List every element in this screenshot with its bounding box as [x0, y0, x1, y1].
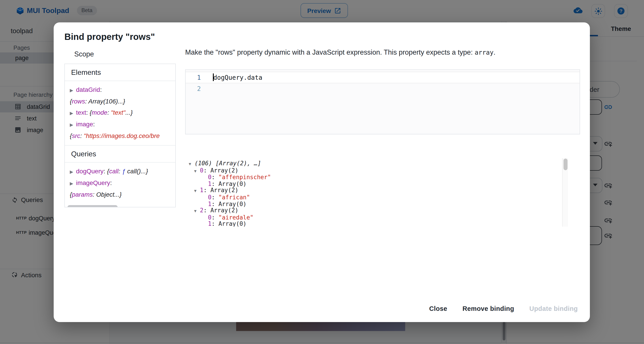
editor-line-1[interactable]: 1 dogQuery.data	[186, 72, 580, 83]
tree-row[interactable]: ▼0: Array(2)	[185, 167, 568, 174]
scope-item-datagrid-preview: {rows: Array(106)...}	[70, 96, 172, 107]
instruction-text: Make the "rows" property dynamic with a …	[185, 48, 475, 56]
editor-line-2[interactable]: 2	[186, 83, 580, 94]
scope-item-datagrid[interactable]: ▶dataGrid:	[70, 84, 172, 96]
scope-item-imagequery[interactable]: ▶imageQuery:	[70, 177, 172, 189]
bind-property-dialog: Bind property "rows" Scope Elements ▶dat…	[54, 22, 590, 322]
tree-row: 0: "affenpinscher"	[185, 174, 568, 181]
scope-item-image[interactable]: ▶image:	[70, 119, 172, 130]
dialog-title: Bind property "rows"	[64, 32, 155, 42]
line-number: 2	[186, 83, 201, 94]
scope-item-dogquery[interactable]: ▶dogQuery: {call: ƒ call()...}	[70, 166, 172, 177]
scope-item-imagequery-preview: {params: Object...}	[70, 189, 172, 200]
result-vertical-scrollbar[interactable]	[562, 158, 568, 227]
scope-scrollbar-thumb[interactable]	[68, 205, 118, 207]
dialog-actions: Close Remove binding Update binding	[425, 302, 582, 315]
instruction-type: array	[475, 49, 494, 56]
tree-row: 0: "airedale"	[185, 215, 568, 221]
scope-label: Scope	[74, 50, 94, 58]
scope-explorer: Elements ▶dataGrid: {rows: Array(106)...…	[64, 64, 176, 207]
instruction-period: .	[494, 48, 496, 56]
dialog-instruction: Make the "rows" property dynamic with a …	[185, 48, 496, 56]
tree-row: 1: Array(0)	[185, 201, 568, 207]
app-root: MUI Toolpad Beta Preview	[0, 0, 644, 344]
editor-code: dogQuery.data	[201, 72, 262, 83]
update-binding-button[interactable]: Update binding	[525, 302, 582, 315]
remove-binding-button[interactable]: Remove binding	[458, 302, 518, 315]
js-expression-editor[interactable]: 1 dogQuery.data 2	[185, 69, 580, 134]
queries-header: Queries	[65, 145, 175, 162]
elements-header: Elements	[65, 64, 175, 81]
text-cursor	[213, 73, 214, 81]
line-number: 1	[186, 72, 201, 83]
elements-tree: ▶dataGrid: {rows: Array(106)...} ▶text: …	[65, 81, 175, 145]
tree-row: 1: Array(0)	[185, 181, 568, 188]
close-button[interactable]: Close	[425, 302, 452, 315]
scope-item-text[interactable]: ▶text: {mode: "text"...}	[70, 107, 172, 119]
tree-row[interactable]: ▼1: Array(2)	[185, 188, 568, 194]
tree-row[interactable]: ▼(106) [Array(2), …]	[185, 160, 568, 167]
tree-row[interactable]: ▼2: Array(2)	[185, 207, 568, 214]
scope-horizontal-scrollbar[interactable]	[65, 204, 175, 207]
result-scrollbar-thumb[interactable]	[564, 158, 568, 170]
evaluation-result-tree: ▼(106) [Array(2), …] ▼0: Array(2) 0: "af…	[185, 158, 568, 227]
tree-row: 1: Array(0)	[185, 221, 568, 227]
queries-tree: ▶dogQuery: {call: ƒ call()...} ▶imageQue…	[65, 162, 175, 204]
editor-code	[201, 83, 213, 94]
scope-item-image-preview: {src: "https://images.dog.ceo/bre	[70, 130, 172, 141]
tree-row: 0: "african"	[185, 194, 568, 201]
